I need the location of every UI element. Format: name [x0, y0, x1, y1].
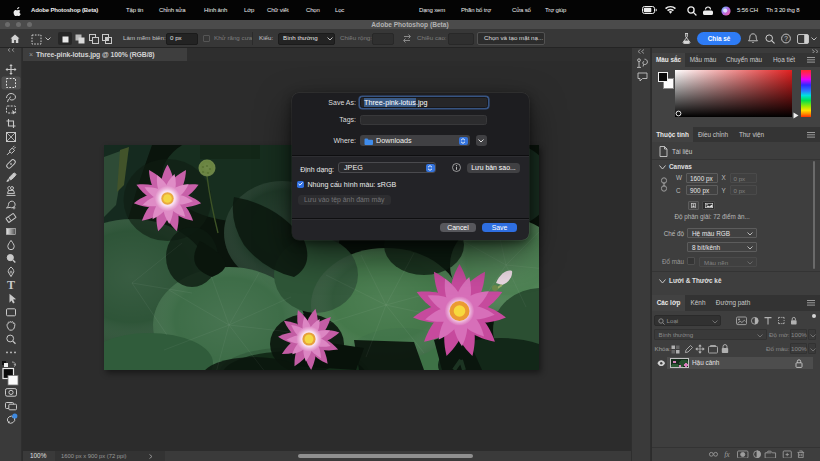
- svg-text:T: T: [7, 278, 15, 292]
- svg-text:fx: fx: [724, 450, 730, 458]
- svg-text:?: ?: [784, 35, 788, 42]
